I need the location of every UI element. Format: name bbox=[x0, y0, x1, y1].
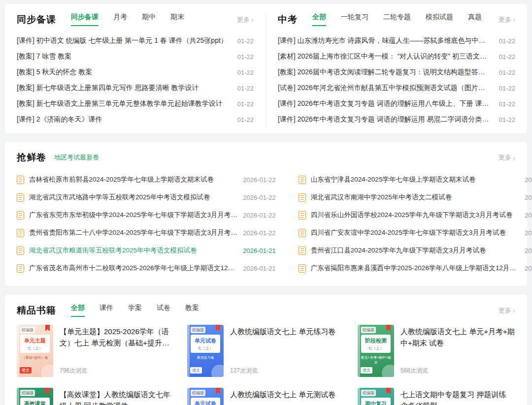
list-item[interactable]: [课件] 山东潍坊寿光市 诗露风骨，味蕴人生——苏轼多维底色与中考诗… 01-2… bbox=[278, 33, 515, 49]
list-item[interactable]: [教案] 新七年级语文上册第三单元单元整体教学单元起始课教学设计 01-22 bbox=[17, 96, 254, 112]
paper-list-item[interactable]: 吉林省松原市前郭县2024-2025学年七年级上学期语文期末试卷 2026-01… bbox=[17, 171, 276, 188]
paper-title[interactable]: 山东省宁津县2024-2025学年七年级上学期语文期末试卷 bbox=[311, 175, 520, 184]
fresh-papers-left-column: 吉林省松原市前郭县2024-2025学年七年级上学期语文期末试卷 2026-01… bbox=[17, 171, 276, 277]
paper-list-item[interactable]: 广东省茂名市高州市十二校联考2025-2026学年七年级上学期语文12月月考… … bbox=[17, 259, 276, 277]
book-title[interactable]: 人教统编版语文七上 单元测试卷 bbox=[230, 389, 345, 400]
paper-list-item[interactable]: 湖北省武汉市南湖中学2025年中考语文二模试卷 2026-01-22 bbox=[299, 188, 532, 206]
tab-final[interactable]: 期末 bbox=[170, 13, 184, 26]
book-views: 568次浏览 bbox=[400, 367, 515, 375]
paper-list-item[interactable]: 湖北省武汉市武珞路中学等五校联考2025年中考语文模拟试卷 2026-01-22 bbox=[17, 188, 276, 206]
paper-title[interactable]: 广东省揭阳市惠来县溪西中学2025-2026学年八年级上学期语文12月月考试卷 bbox=[311, 264, 520, 273]
tab-books-test-papers[interactable]: 试卷 bbox=[157, 304, 170, 317]
edition-tag: 统编版 bbox=[191, 327, 205, 333]
list-item[interactable]: [教案] 新七年级语文上册第四单元写作 思路要清晰 教学设计 01-22 bbox=[17, 80, 254, 96]
ribbon-icon bbox=[386, 325, 391, 331]
paper-list-item[interactable]: 四川省广安友谊中学2024-2025学年七年级下学期语文3月月考试卷 2026-… bbox=[299, 224, 532, 242]
book-card[interactable]: 统编版 单元试卷 七（上） 单元练习卷 语文 人教统编版语文七上 单元练习卷 1… bbox=[187, 325, 345, 377]
item-title[interactable]: [教案] 新七年级语文上册第三单元单元整体教学单元起始课教学设计 bbox=[17, 99, 223, 108]
fresh-papers-subtitle: 地区考试最新卷 bbox=[54, 153, 99, 162]
paper-title[interactable]: 贵州省江口县2024-2025学年九年级下学期语文3月月考试卷 bbox=[311, 246, 520, 255]
paper-title[interactable]: 四川省乐山外国语学校2024-2025学年九年级下学期语文3月月考试卷 bbox=[311, 211, 520, 219]
list-item[interactable]: [教案] 2026届中考语文阅读理解二轮专题复习：说明文结构题型答题思… 01-… bbox=[278, 64, 515, 80]
book-title[interactable]: 人教统编版语文七上 单元+月考+期中+期末 试卷 bbox=[400, 326, 515, 349]
fresh-papers-header: 抢鲜卷 地区考试最新卷 更多 › bbox=[17, 151, 515, 164]
paper-list-item[interactable]: 四川省乐山外国语学校2024-2025学年九年级下学期语文3月月考试卷 2026… bbox=[299, 206, 532, 224]
tab-books-courseware[interactable]: 课件 bbox=[100, 304, 113, 317]
paper-date: 2026-01-22 bbox=[525, 194, 532, 201]
item-title[interactable]: [课件] 山东潍坊寿光市 诗露风骨，味蕴人生——苏轼多维底色与中考诗… bbox=[278, 36, 492, 45]
tab-mock-papers[interactable]: 模拟试题 bbox=[426, 13, 453, 26]
tab-real-papers[interactable]: 真题 bbox=[468, 13, 482, 26]
tab-all[interactable]: 全部 bbox=[312, 13, 326, 26]
book-card[interactable]: 统编版 高效课堂 同步教学课件 语文 【高效课堂】人教统编版语文七年级上册 同步… bbox=[17, 388, 174, 405]
tab-sync-prep[interactable]: 同步备课 bbox=[71, 13, 99, 26]
list-item[interactable]: [教案] 5 秋天的怀念 教案 01-22 bbox=[17, 64, 254, 80]
list-item[interactable]: [课件] 初中语文 统编版 七年级上册 第一单元 1 春 课件（共25张ppt）… bbox=[17, 33, 254, 49]
item-title[interactable]: [教案] 新七年级语文上册第四单元写作 思路要清晰 教学设计 bbox=[17, 84, 199, 93]
more-label: 更多 bbox=[237, 15, 250, 24]
tab-books-lesson-plans[interactable]: 教案 bbox=[185, 304, 199, 317]
book-card[interactable]: 统编版 单元试卷 七（上） 单元测试卷 人教统编版语文七上 单元测试卷 bbox=[187, 388, 345, 405]
book-title[interactable]: 七上语文期中专题复习 押题训练 含多省题型 bbox=[400, 389, 515, 405]
item-title[interactable]: [课件] 2《济南的冬天》课件 bbox=[17, 115, 102, 124]
paper-title[interactable]: 广东省东莞市东华初级中学2024-2025学年七年级下学期语文3月月考试卷 bbox=[29, 211, 238, 219]
list-item[interactable]: [试卷] 2026年河北省沧州市献县第五中学模拟预测语文试题（图片版，… 01-… bbox=[278, 80, 515, 96]
paper-title[interactable]: 湖北省武汉市粮道街等五校联考2025年中考语文模拟试卷 bbox=[29, 246, 238, 255]
item-date: 01-22 bbox=[499, 85, 515, 92]
ribbon-icon bbox=[216, 388, 220, 394]
tab-monthly-exam[interactable]: 月考 bbox=[113, 13, 127, 26]
item-title[interactable]: [教案] 5 秋天的怀念 教案 bbox=[17, 68, 92, 77]
item-title[interactable]: [课件] 2026年中考语文复习专题 词语的理解运用八年级上、下册 课件(… bbox=[278, 99, 492, 108]
item-title[interactable]: [试卷] 2026年河北省沧州市献县第五中学模拟预测语文试题（图片版，… bbox=[278, 84, 492, 93]
books-more-link[interactable]: 更多 › bbox=[499, 306, 515, 315]
item-title[interactable]: [教案] 7 咏雪 教案 bbox=[17, 52, 71, 61]
paper-list-item[interactable]: 贵州省贵阳市第二十八中学2024-2025学年七年级下学期语文3月月考试卷 20… bbox=[17, 224, 276, 242]
item-date: 01-22 bbox=[499, 37, 515, 45]
subject-badge: 语文 bbox=[20, 367, 32, 374]
list-item[interactable]: [课件] 2026年中考语文复习专题 词语的理解运用 易混二字词语分类梳… 01… bbox=[278, 112, 515, 127]
paper-title[interactable]: 吉林省松原市前郭县2024-2025学年七年级上学期语文期末试卷 bbox=[29, 175, 238, 184]
item-title[interactable]: [课件] 2026年中考语文复习专题 词语的理解运用 易混二字词语分类梳… bbox=[278, 115, 492, 124]
paper-date: 2026-01-21 bbox=[525, 265, 532, 272]
paper-list-item[interactable]: 山东省宁津县2024-2025学年七年级上学期语文期末试卷 2026-01-22 bbox=[299, 171, 532, 188]
sync-prep-title: 同步备课 bbox=[17, 13, 56, 26]
item-title[interactable]: [课件] 初中语文 统编版 七年级上册 第一单元 1 春 课件（共25张ppt） bbox=[17, 36, 228, 45]
book-card[interactable]: 统编版 单元主题 七（上） （基础+提升）卷 语文 【单元主题】2025-202… bbox=[17, 325, 174, 377]
more-label: 更多 bbox=[499, 306, 511, 315]
book-cover: 统编版 单元主题 七（上） （基础+提升）卷 语文 bbox=[17, 325, 53, 377]
book-title[interactable]: 【高效课堂】人教统编版语文七年级上册 同步教学课件 bbox=[60, 389, 174, 405]
subject-badge: 语文 bbox=[190, 367, 202, 374]
paper-list-item[interactable]: 广东省揭阳市惠来县溪西中学2025-2026学年八年级上学期语文12月月考试卷 … bbox=[299, 259, 532, 277]
book-title[interactable]: 【单元主题】2025-2026学年（语文）七上 单元检测（基础+提升）卷 bbox=[60, 326, 174, 349]
paper-doc-icon bbox=[17, 229, 24, 237]
tab-books-all[interactable]: 全部 bbox=[71, 304, 85, 317]
paper-list-item[interactable]: 贵州省江口县2024-2025学年九年级下学期语文3月月考试卷 2026-01-… bbox=[299, 242, 532, 259]
list-item[interactable]: [素材] 2026届上海市徐汇区中考一模： “对人认识的转变” 初三语文作… 0… bbox=[278, 49, 515, 64]
item-date: 01-22 bbox=[499, 116, 515, 124]
paper-title[interactable]: 湖北省武汉市南湖中学2025年中考语文二模试卷 bbox=[311, 193, 520, 202]
book-card[interactable]: 统编版 阶段检测 七（上） 单元+月考+期中+期末 语文 人教统编版语文七上 单… bbox=[358, 325, 515, 377]
book-card[interactable]: 统编版 期中复习 七（上） 押题训练 七上语文期中专题复习 押题训练 含多省题型 bbox=[358, 388, 515, 405]
paper-title[interactable]: 广东省茂名市高州市十二校联考2025-2026学年七年级上学期语文12月月考… bbox=[29, 264, 238, 273]
tab-round1-review[interactable]: 一轮复习 bbox=[341, 13, 368, 26]
list-item[interactable]: [课件] 2《济南的冬天》课件 01-22 bbox=[17, 112, 254, 127]
paper-list-item-highlighted[interactable]: 湖北省武汉市粮道街等五校联考2025年中考语文模拟试卷 2026-01-21 bbox=[17, 242, 276, 259]
tab-books-study-plans[interactable]: 学案 bbox=[128, 304, 142, 317]
fresh-papers-more-link[interactable]: 更多 › bbox=[499, 153, 515, 162]
ribbon-icon bbox=[45, 388, 50, 394]
paper-title[interactable]: 四川省广安友谊中学2024-2025学年七年级下学期语文3月月考试卷 bbox=[311, 228, 520, 237]
paper-title[interactable]: 湖北省武汉市武珞路中学等五校联考2025年中考语文模拟试卷 bbox=[29, 193, 238, 202]
paper-title[interactable]: 贵州省贵阳市第二十八中学2024-2025学年七年级下学期语文3月月考试卷 bbox=[29, 228, 238, 237]
item-title[interactable]: [素材] 2026届上海市徐汇区中考一模： “对人认识的转变” 初三语文作… bbox=[278, 52, 492, 61]
book-title[interactable]: 人教统编版语文七上 单元练习卷 bbox=[230, 326, 345, 337]
tab-round2-topics[interactable]: 二轮专题 bbox=[383, 13, 411, 26]
sync-prep-list: [课件] 初中语文 统编版 七年级上册 第一单元 1 春 课件（共25张ppt）… bbox=[17, 33, 254, 127]
tab-midterm[interactable]: 期中 bbox=[142, 13, 156, 26]
list-item[interactable]: [课件] 2026年中考语文复习专题 词语的理解运用八年级上、下册 课件(… 0… bbox=[278, 96, 515, 112]
paper-list-item[interactable]: 广东省东莞市东华初级中学2024-2025学年七年级下学期语文3月月考试卷 20… bbox=[17, 206, 276, 224]
list-item[interactable]: [教案] 7 咏雪 教案 01-22 bbox=[17, 49, 254, 64]
sync-prep-more-link[interactable]: 更多 › bbox=[237, 15, 254, 24]
zhongkao-more-link[interactable]: 更多 › bbox=[499, 15, 515, 24]
subject-badge: 语文 bbox=[361, 367, 372, 374]
item-title[interactable]: [教案] 2026届中考语文阅读理解二轮专题复习：说明文结构题型答题思… bbox=[278, 68, 492, 77]
